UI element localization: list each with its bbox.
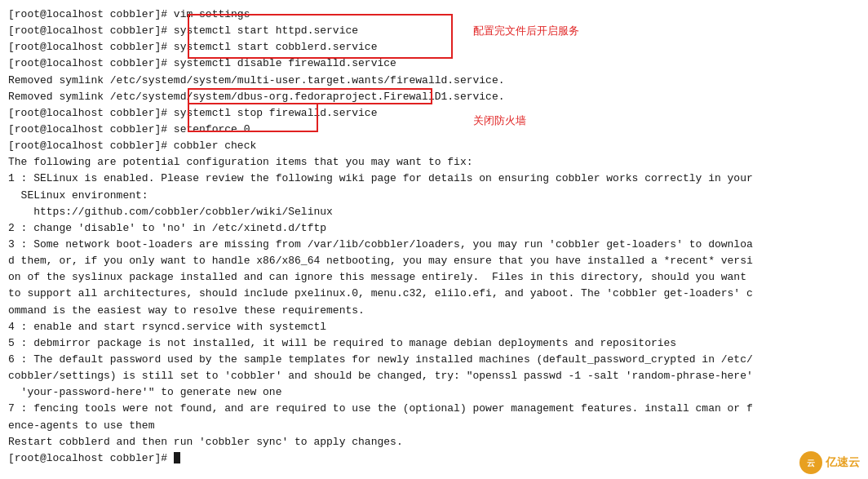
annotation-firewall: 关闭防火墙 bbox=[473, 113, 526, 129]
terminal-line: [root@localhost cobbler]# bbox=[8, 450, 860, 467]
terminal-line: ence-agents to use them bbox=[8, 418, 860, 434]
terminal-line: 6 : The default password used by the sam… bbox=[8, 352, 860, 368]
terminal-line: Restart cobblerd and then run 'cobbler s… bbox=[8, 434, 860, 450]
terminal: [root@localhost cobbler]# vim settings[r… bbox=[0, 0, 868, 473]
terminal-line: The following are potential configuratio… bbox=[8, 154, 860, 171]
terminal-line: cobbler/settings) is still set to 'cobbl… bbox=[8, 368, 860, 384]
terminal-line: SELinux environment: bbox=[8, 188, 860, 204]
terminal-line: 7 : fencing tools were not found, and ar… bbox=[8, 401, 860, 417]
terminal-line: 5 : debmirror package is not installed, … bbox=[8, 335, 860, 352]
terminal-line: Removed symlink /etc/systemd/system/dbus… bbox=[8, 89, 860, 105]
logo-icon: 云 bbox=[799, 451, 822, 474]
annotation-service: 配置完文件后开启服务 bbox=[473, 23, 579, 39]
terminal-line: ommand is the easiest way to resolve the… bbox=[8, 303, 860, 319]
terminal-line: [root@localhost cobbler]# systemctl disa… bbox=[8, 55, 860, 72]
terminal-line: to support all architectures, should inc… bbox=[8, 286, 860, 302]
terminal-line: Removed symlink /etc/systemd/system/mult… bbox=[8, 73, 860, 89]
terminal-line: 1 : SELinux is enabled. Please review th… bbox=[8, 171, 860, 187]
terminal-line: [root@localhost cobbler]# setenforce 0 bbox=[8, 122, 860, 138]
terminal-line: [root@localhost cobbler]# systemctl stop… bbox=[8, 105, 860, 122]
terminal-line: 3 : Some network boot-loaders are missin… bbox=[8, 237, 860, 253]
terminal-line: 4 : enable and start rsyncd.service with… bbox=[8, 319, 860, 335]
terminal-line: [root@localhost cobbler]# systemctl star… bbox=[8, 23, 860, 39]
terminal-cursor bbox=[174, 452, 180, 463]
svg-text:云: 云 bbox=[807, 459, 815, 468]
terminal-line: 'your-password-here'" to generate new on… bbox=[8, 384, 860, 401]
terminal-line: d them, or, if you only want to handle x… bbox=[8, 253, 860, 269]
terminal-line: [root@localhost cobbler]# vim settings bbox=[8, 7, 860, 23]
logo-area: 云 亿速云 bbox=[799, 451, 860, 474]
terminal-line: 2 : change 'disable' to 'no' in /etc/xin… bbox=[8, 220, 860, 237]
terminal-line: on of the syslinux package installed and… bbox=[8, 269, 860, 286]
terminal-line: https://github.com/cobbler/cobbler/wiki/… bbox=[8, 204, 860, 220]
terminal-line: [root@localhost cobbler]# systemctl star… bbox=[8, 39, 860, 55]
terminal-line: [root@localhost cobbler]# cobbler check bbox=[8, 138, 860, 154]
logo-text: 亿速云 bbox=[826, 455, 860, 470]
